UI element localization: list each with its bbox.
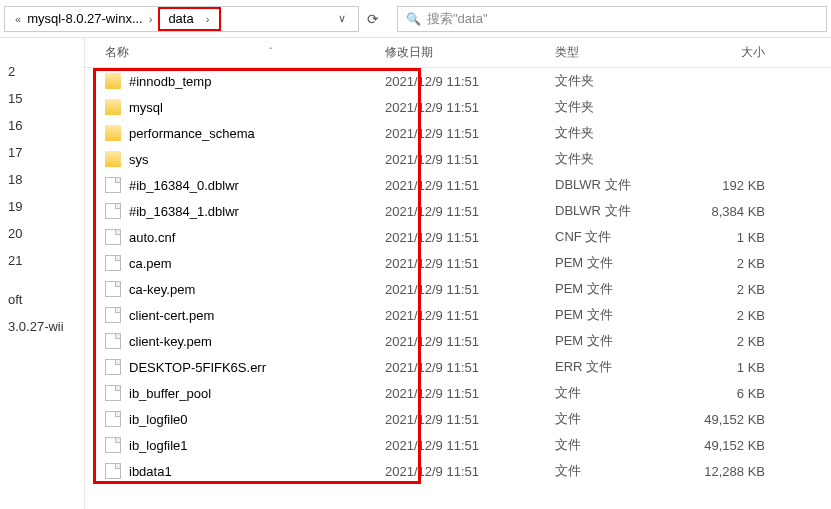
file-date: 2021/12/9 11:51 <box>385 152 555 167</box>
file-name-label: #ib_16384_0.dblwr <box>129 178 239 193</box>
file-name-cell: ib_buffer_pool <box>85 385 385 401</box>
breadcrumb-back-icon[interactable]: « <box>11 13 25 25</box>
file-name-label: ca.pem <box>129 256 172 271</box>
file-name-label: client-key.pem <box>129 334 212 349</box>
file-row[interactable]: auto.cnf2021/12/9 11:51CNF 文件1 KB <box>85 224 831 250</box>
column-name-label: 名称 <box>105 44 129 61</box>
file-date: 2021/12/9 11:51 <box>385 230 555 245</box>
file-type: 文件 <box>555 436 685 454</box>
file-row[interactable]: #ib_16384_0.dblwr2021/12/9 11:51DBLWR 文件… <box>85 172 831 198</box>
file-name-cell: ca-key.pem <box>85 281 385 297</box>
nav-item[interactable]: 15 <box>0 85 84 112</box>
file-row[interactable]: ca-key.pem2021/12/9 11:51PEM 文件2 KB <box>85 276 831 302</box>
file-row[interactable]: ib_logfile12021/12/9 11:51文件49,152 KB <box>85 432 831 458</box>
file-date: 2021/12/9 11:51 <box>385 334 555 349</box>
file-row[interactable]: #ib_16384_1.dblwr2021/12/9 11:51DBLWR 文件… <box>85 198 831 224</box>
breadcrumb[interactable]: « mysql-8.0.27-winx... › data › ∨ <box>4 6 359 32</box>
file-icon <box>105 437 121 453</box>
refresh-button[interactable]: ⟳ <box>359 11 387 27</box>
file-row[interactable]: client-cert.pem2021/12/9 11:51PEM 文件2 KB <box>85 302 831 328</box>
file-icon <box>105 281 121 297</box>
nav-item[interactable]: 18 <box>0 166 84 193</box>
file-name-cell: #ib_16384_1.dblwr <box>85 203 385 219</box>
file-row[interactable]: ib_logfile02021/12/9 11:51文件49,152 KB <box>85 406 831 432</box>
file-icon <box>105 255 121 271</box>
search-input[interactable]: 🔍 搜索"data" <box>397 6 827 32</box>
file-row[interactable]: mysql2021/12/9 11:51文件夹 <box>85 94 831 120</box>
column-name[interactable]: 名称 ˆ <box>85 44 385 61</box>
file-name-label: performance_schema <box>129 126 255 141</box>
file-row[interactable]: DESKTOP-5FIFK6S.err2021/12/9 11:51ERR 文件… <box>85 354 831 380</box>
file-name-cell: mysql <box>85 99 385 115</box>
file-date: 2021/12/9 11:51 <box>385 438 555 453</box>
file-size: 1 KB <box>685 230 775 245</box>
nav-item[interactable]: 20 <box>0 220 84 247</box>
file-size: 49,152 KB <box>685 412 775 427</box>
file-name-label: DESKTOP-5FIFK6S.err <box>129 360 266 375</box>
file-name-label: ib_logfile0 <box>129 412 188 427</box>
nav-item[interactable]: 19 <box>0 193 84 220</box>
file-size: 2 KB <box>685 256 775 271</box>
file-row[interactable]: sys2021/12/9 11:51文件夹 <box>85 146 831 172</box>
file-type: ERR 文件 <box>555 358 685 376</box>
file-type: 文件夹 <box>555 150 685 168</box>
file-size: 49,152 KB <box>685 438 775 453</box>
file-type: 文件夹 <box>555 124 685 142</box>
file-icon <box>105 307 121 323</box>
breadcrumb-seg-current[interactable]: data › <box>158 7 221 31</box>
file-date: 2021/12/9 11:51 <box>385 178 555 193</box>
file-type: PEM 文件 <box>555 280 685 298</box>
file-icon <box>105 203 121 219</box>
file-date: 2021/12/9 11:51 <box>385 386 555 401</box>
column-size[interactable]: 大小 <box>685 44 775 61</box>
file-row[interactable]: performance_schema2021/12/9 11:51文件夹 <box>85 120 831 146</box>
file-date: 2021/12/9 11:51 <box>385 256 555 271</box>
file-row[interactable]: ib_buffer_pool2021/12/9 11:51文件6 KB <box>85 380 831 406</box>
file-row[interactable]: ibdata12021/12/9 11:51文件12,288 KB <box>85 458 831 484</box>
file-type: 文件夹 <box>555 98 685 116</box>
file-row[interactable]: #innodb_temp2021/12/9 11:51文件夹 <box>85 68 831 94</box>
address-bar: « mysql-8.0.27-winx... › data › ∨ ⟳ 🔍 搜索… <box>0 0 831 38</box>
file-size: 8,384 KB <box>685 204 775 219</box>
file-size: 192 KB <box>685 178 775 193</box>
file-row[interactable]: ca.pem2021/12/9 11:51PEM 文件2 KB <box>85 250 831 276</box>
file-icon <box>105 411 121 427</box>
file-name-cell: sys <box>85 151 385 167</box>
file-type: 文件夹 <box>555 72 685 90</box>
file-date: 2021/12/9 11:51 <box>385 204 555 219</box>
file-icon <box>105 385 121 401</box>
nav-item[interactable] <box>0 274 84 286</box>
file-name-cell: ib_logfile0 <box>85 411 385 427</box>
folder-icon <box>105 99 121 115</box>
nav-item[interactable]: 2 <box>0 58 84 85</box>
nav-item[interactable]: 21 <box>0 247 84 274</box>
column-date[interactable]: 修改日期 <box>385 44 555 61</box>
nav-item[interactable]: 17 <box>0 139 84 166</box>
nav-item[interactable]: 3.0.27-wii <box>0 313 84 340</box>
file-type: CNF 文件 <box>555 228 685 246</box>
folder-icon <box>105 73 121 89</box>
chevron-right-icon: › <box>145 13 157 25</box>
file-icon <box>105 177 121 193</box>
file-name-label: ib_logfile1 <box>129 438 188 453</box>
file-row[interactable]: client-key.pem2021/12/9 11:51PEM 文件2 KB <box>85 328 831 354</box>
file-type: 文件 <box>555 462 685 480</box>
column-type[interactable]: 类型 <box>555 44 685 61</box>
file-name-cell: ca.pem <box>85 255 385 271</box>
file-type: PEM 文件 <box>555 332 685 350</box>
file-name-cell: ib_logfile1 <box>85 437 385 453</box>
file-name-cell: #ib_16384_0.dblwr <box>85 177 385 193</box>
file-date: 2021/12/9 11:51 <box>385 126 555 141</box>
file-date: 2021/12/9 11:51 <box>385 412 555 427</box>
breadcrumb-dropdown-icon[interactable]: ∨ <box>332 12 352 25</box>
nav-item[interactable]: 16 <box>0 112 84 139</box>
file-size: 6 KB <box>685 386 775 401</box>
file-name-cell: auto.cnf <box>85 229 385 245</box>
file-size: 2 KB <box>685 334 775 349</box>
file-type: PEM 文件 <box>555 254 685 272</box>
breadcrumb-seg-parent[interactable]: mysql-8.0.27-winx... <box>25 11 145 26</box>
file-name-cell: client-cert.pem <box>85 307 385 323</box>
nav-item[interactable]: oft <box>0 286 84 313</box>
file-name-label: #innodb_temp <box>129 74 211 89</box>
breadcrumb-current-label: data <box>166 11 195 26</box>
